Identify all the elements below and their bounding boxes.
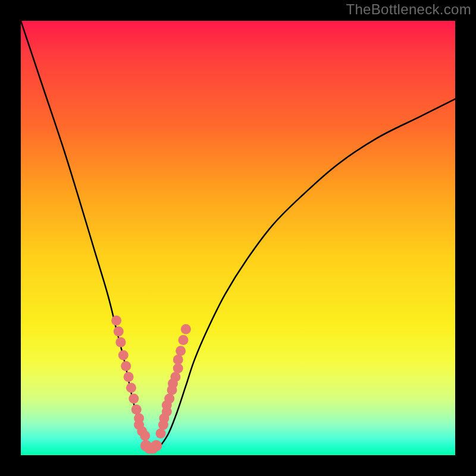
marker-dot [173, 355, 183, 365]
plot-area [21, 21, 455, 455]
watermark-text: TheBottleneck.com [346, 1, 471, 18]
marker-cluster-left [111, 315, 150, 440]
chart-frame: TheBottleneck.com [0, 0, 476, 476]
marker-dot [124, 372, 134, 382]
marker-dot [151, 440, 162, 451]
marker-dot [170, 372, 180, 382]
marker-dot [181, 324, 191, 334]
marker-dot [140, 431, 150, 441]
marker-dot [164, 394, 174, 404]
bottleneck-curve [21, 21, 455, 452]
marker-dot [126, 383, 136, 393]
marker-dot [115, 337, 126, 347]
marker-dot [114, 326, 124, 336]
marker-dot [156, 428, 166, 439]
marker-dot [173, 364, 183, 374]
marker-dot [131, 405, 142, 415]
marker-dot [111, 315, 121, 325]
marker-dot [118, 350, 129, 361]
marker-dot [178, 335, 189, 345]
marker-dot [129, 394, 139, 404]
marker-cluster-bottom [140, 440, 162, 453]
marker-dot [176, 346, 186, 356]
marker-dot [121, 361, 131, 371]
chart-svg [21, 21, 455, 455]
